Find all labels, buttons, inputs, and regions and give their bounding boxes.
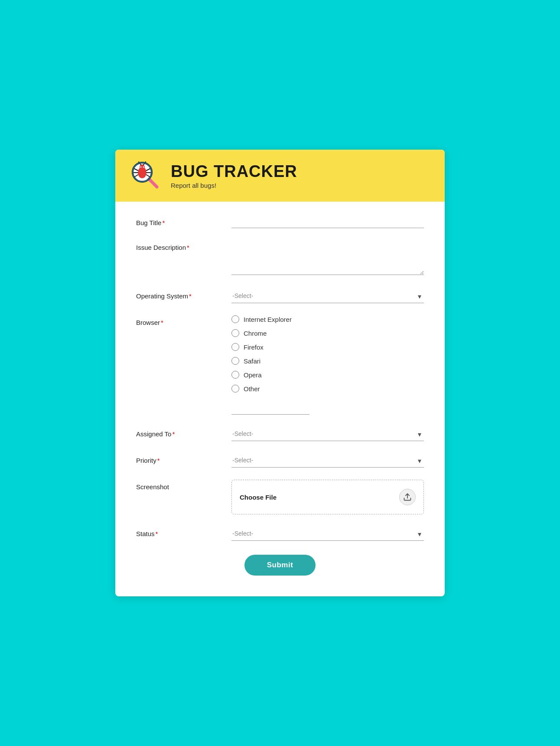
status-wrap: -Select- Open In Progress Resolved Close…: [231, 527, 424, 541]
bug-title-wrap: [231, 216, 424, 228]
operating-system-label: Operating System*: [136, 289, 231, 300]
operating-system-select[interactable]: -Select- Windows macOS Linux Android iOS: [231, 289, 424, 303]
radio-chrome[interactable]: Chrome: [231, 329, 424, 337]
app-title: BUG TRACKER: [171, 162, 297, 181]
radio-opera-input[interactable]: [231, 371, 239, 379]
issue-description-row: Issue Description*: [136, 240, 424, 277]
assigned-to-wrap: -Select- Developer 1 Developer 2 Develop…: [231, 427, 424, 441]
bug-title-row: Bug Title*: [136, 216, 424, 228]
bug-title-input[interactable]: [231, 216, 424, 228]
screenshot-wrap: Choose File: [231, 480, 424, 514]
priority-select[interactable]: -Select- Low Medium High Critical: [231, 453, 424, 468]
bug-title-label: Bug Title*: [136, 216, 231, 226]
status-row: Status* -Select- Open In Progress Resolv…: [136, 527, 424, 541]
browser-label: Browser*: [136, 315, 231, 326]
submit-button[interactable]: Submit: [244, 555, 316, 576]
radio-opera[interactable]: Opera: [231, 371, 424, 379]
issue-description-label: Issue Description*: [136, 240, 231, 251]
radio-internet-explorer[interactable]: Internet Explorer: [231, 315, 424, 323]
upload-icon-btn[interactable]: [399, 489, 416, 505]
radio-ie-label: Internet Explorer: [244, 316, 292, 323]
svg-point-3: [140, 167, 142, 168]
header-text: BUG TRACKER Report all bugs!: [171, 162, 297, 189]
svg-point-4: [143, 167, 144, 168]
assigned-to-row: Assigned To* -Select- Developer 1 Develo…: [136, 427, 424, 441]
priority-row: Priority* -Select- Low Medium High Criti…: [136, 453, 424, 468]
priority-label: Priority*: [136, 453, 231, 464]
radio-other-input[interactable]: [231, 385, 239, 393]
radio-safari-input[interactable]: [231, 357, 239, 365]
browser-wrap: Internet Explorer Chrome Firefox Safari: [231, 315, 424, 415]
upload-icon: [403, 493, 412, 501]
screenshot-box: Choose File: [231, 480, 424, 514]
browser-row: Browser* Internet Explorer Chrome Firefo…: [136, 315, 424, 415]
header: BUG TRACKER Report all bugs!: [115, 150, 445, 202]
screenshot-label: Screenshot: [136, 480, 231, 491]
operating-system-row: Operating System* -Select- Windows macOS…: [136, 289, 424, 303]
assigned-to-select[interactable]: -Select- Developer 1 Developer 2 Develop…: [231, 427, 424, 441]
browser-other-input[interactable]: [231, 404, 309, 415]
radio-safari-label: Safari: [244, 357, 260, 365]
status-label: Status*: [136, 527, 231, 537]
browser-radio-group: Internet Explorer Chrome Firefox Safari: [231, 315, 424, 415]
form-body: Bug Title* Issue Description* Operating …: [115, 202, 445, 596]
radio-other[interactable]: Other: [231, 385, 424, 393]
choose-file-label[interactable]: Choose File: [240, 494, 277, 501]
status-select[interactable]: -Select- Open In Progress Resolved Close…: [231, 527, 424, 541]
radio-firefox[interactable]: Firefox: [231, 343, 424, 351]
radio-safari[interactable]: Safari: [231, 357, 424, 365]
priority-wrap: -Select- Low Medium High Critical: [231, 453, 424, 468]
radio-chrome-label: Chrome: [244, 330, 267, 337]
radio-other-label: Other: [244, 385, 260, 393]
svg-line-13: [149, 179, 157, 187]
radio-firefox-label: Firefox: [244, 344, 264, 351]
operating-system-wrap: -Select- Windows macOS Linux Android iOS: [231, 289, 424, 303]
bug-tracker-logo: [128, 158, 163, 193]
submit-row: Submit: [136, 555, 424, 576]
radio-firefox-input[interactable]: [231, 343, 239, 351]
form-card: BUG TRACKER Report all bugs! Bug Title* …: [115, 150, 445, 596]
assigned-to-label: Assigned To*: [136, 427, 231, 438]
radio-chrome-input[interactable]: [231, 329, 239, 337]
issue-description-textarea[interactable]: [231, 240, 424, 275]
radio-ie-input[interactable]: [231, 315, 239, 323]
radio-opera-label: Opera: [244, 371, 262, 379]
issue-description-wrap: [231, 240, 424, 277]
app-subtitle: Report all bugs!: [171, 182, 297, 189]
screenshot-row: Screenshot Choose File: [136, 480, 424, 514]
